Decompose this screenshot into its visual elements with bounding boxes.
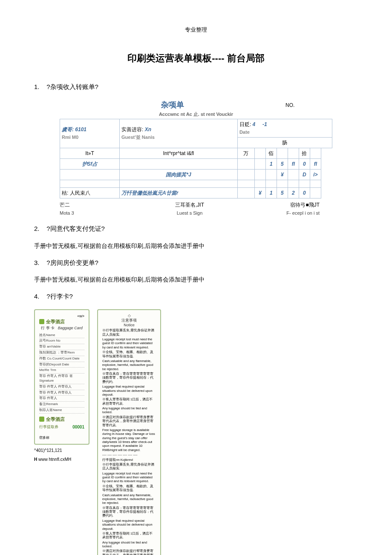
notice-card: ◇ 注意事项 Notice ※行李提取票丢失,需凭身份证并酒店人员核实.Lugg… xyxy=(97,309,161,555)
slip-amount: 00001 xyxy=(72,424,84,430)
notice-line: ※金钱、宝饰、相票、相款的、及等件恒展寄存须当值. xyxy=(102,350,156,358)
notice-line: Free luggage storage is available during… xyxy=(102,428,156,452)
col-interp: Int^rpr^tat i&fl xyxy=(120,148,238,158)
sig-right-en: F- ecepl i on i st xyxy=(233,210,332,217)
url-line2: H www htnnfl.cxMH xyxy=(34,456,89,463)
sub-shi: 拾 xyxy=(299,148,310,158)
item-text: ?同意代客支付凭证? xyxy=(46,225,105,232)
guest-label-en: Guest'並 Nanis xyxy=(121,135,155,140)
list-item-1: 1. ?杂项收入转账单? xyxy=(34,82,358,92)
total-value: 万忏登傭低拾嵐元A廿當r xyxy=(120,187,238,198)
date-val2: -1 xyxy=(262,121,267,127)
card-title: 行 李 卡 Baggage Card xyxy=(39,325,84,331)
voucher-title: 杂项单 xyxy=(60,99,285,111)
row2-c2: D xyxy=(299,169,310,180)
page-header-small: 专业整理 xyxy=(34,26,358,34)
row2-desc: 国肉搓其*J xyxy=(120,169,238,180)
notice-line: 行李提取rm Kojikrmd xyxy=(102,458,156,462)
card-row: 寄存的Deposit Date xyxy=(39,362,84,368)
room-cell: 虞哥: 6101 Rmi M0 xyxy=(60,119,120,148)
total-value-text: 万忏登傭低拾嵐元A廿當r xyxy=(121,190,178,196)
note-3: 手册中暂无模板,可根据前台在用模板印刷,后期将会添加进手册中 xyxy=(34,275,358,284)
row1-c3: fl xyxy=(288,158,299,169)
item-text: ?杂项收入转账单? xyxy=(46,83,98,90)
brand-icon xyxy=(39,417,44,422)
col-item: It»T xyxy=(60,148,120,158)
baggage-cards-row: «w> 全季酒店 行 李 卡 Baggage Card 姓名Name房号Room… xyxy=(34,309,358,555)
notice-title-en: Notice xyxy=(102,323,156,328)
sub-blank2 xyxy=(277,148,288,158)
room-value: 6101 xyxy=(75,127,86,132)
row2-item xyxy=(60,169,120,180)
notice-line: Luggage that required special situations… xyxy=(102,519,156,531)
card-row: 寄存 件寄人 件寄存人 xyxy=(39,390,84,396)
list-item-4: 4. ?行李卡? xyxy=(34,292,358,302)
card-row: 制存人签Name xyxy=(39,408,84,414)
row1-c2: 5 xyxy=(277,158,288,169)
slip-brand-row: 全季酒店 xyxy=(39,416,84,423)
sub-wan: 万 xyxy=(237,148,254,158)
date-label-en: Date xyxy=(239,129,250,135)
voucher-no-label: NO. xyxy=(285,101,332,111)
sub-blank1 xyxy=(254,148,265,158)
notice-line: ※寄存具存：寄存寄寄寄寄寄寄寄须数寄寄，寄存件存提相转存：代费代约. xyxy=(102,506,156,518)
list-item-2: 2. ?同意代客支付凭证? xyxy=(34,224,358,234)
sub-bai: 佰 xyxy=(265,148,277,158)
row2-c15 xyxy=(288,169,299,180)
room-label-en: Rmi M0 xyxy=(62,135,78,140)
card-title-cn: 行 李 卡 xyxy=(41,326,55,330)
notice-line: ※客人寄寄存期间 1日后，酒店不承担寄寄代表. xyxy=(102,397,156,405)
amount-header: 肠 xyxy=(237,137,332,148)
item-number: 1. xyxy=(34,83,40,90)
card-w: «w> xyxy=(39,313,84,319)
row2-c1: ¥ xyxy=(277,169,288,180)
note-2: 手册中暂无模板,可根据前台在用模板印刷,后期将会添加进手册中 xyxy=(34,242,358,250)
total-label: 桔: 人民束八 xyxy=(60,187,120,198)
card-row: 件数 Co.Count/Count Date xyxy=(39,356,84,362)
voucher-block: 杂项单 NO. Acccwnc nt Ac 止. st rent Vouckir… xyxy=(60,99,332,216)
row2-c0 xyxy=(265,169,277,180)
row2-a xyxy=(237,169,254,180)
signature-row-en: Mota 3 Luest s Sign F- ecepl i on i st xyxy=(60,210,332,217)
sig-right-cn: 宿待弓■飛JT xyxy=(233,201,332,209)
date-val1: 4 xyxy=(253,121,256,127)
guest-value: Xn xyxy=(145,127,151,132)
voucher-subtitle: Acccwnc nt Ac 止. st rent Vouckir xyxy=(60,111,332,118)
card-row: 房号Room No xyxy=(39,338,84,344)
baggage-card-left-wrap: «w> 全季酒店 行 李 卡 Baggage Card 姓名Name房号Room… xyxy=(34,309,89,555)
tot-c3: 2 xyxy=(288,187,299,198)
row1-c4: 0 xyxy=(299,158,310,169)
item-text: ?行李卡? xyxy=(46,293,73,300)
guest-label-cn: 实善进容: xyxy=(121,127,143,132)
guest-cell: 实善进容: Xn Guest'並 Nanis xyxy=(120,119,238,148)
brand-icon xyxy=(39,319,44,324)
row1-a xyxy=(237,158,254,169)
row1-c1: 1 xyxy=(265,158,277,169)
row3-item xyxy=(60,180,120,187)
list-item-3: 3. ?房间房价变更单? xyxy=(34,258,358,268)
baggage-card-left: «w> 全季酒店 行 李 卡 Baggage Card 姓名Name房号Room… xyxy=(34,309,89,445)
notice-line: ※金钱、宝饰、相票、相款的、及等件恒展寄存须当值. xyxy=(102,484,156,492)
baggage-slip: 全季酒店 行李提取券 00001 宿多标 xyxy=(39,416,84,440)
sig-mid-en: Luest s Sign xyxy=(146,210,233,217)
sub-blank4 xyxy=(310,148,321,158)
card-row: 寄存 件寄人 xyxy=(39,396,84,402)
slip-title-row: 行李提取券 00001 xyxy=(39,424,84,430)
voucher-table: 虞哥: 6101 Rmi M0 实善进容: Xn Guest'並 Nanis 日… xyxy=(60,119,332,198)
sig-left-cn: 芒二 xyxy=(60,201,146,209)
card-row: 姓名Name xyxy=(39,333,84,339)
date-cell: 日贬: 4 -1 Date xyxy=(237,119,332,137)
row1-b xyxy=(254,158,265,169)
item-number: 2. xyxy=(34,225,40,232)
row2-b xyxy=(254,169,265,180)
card-row: 寄存 件寄人 件寄存人 xyxy=(39,384,84,390)
card-row: 寄存 件寄人 件寄存 签Signature xyxy=(39,374,84,384)
sig-left-en: Mota 3 xyxy=(60,210,146,217)
notice-line: ※酒店对所保存款提行帮寄身要寄寄代表代表，身寄件酒店寄身苦寄寄寄代表. xyxy=(102,415,156,427)
item-number: 4. xyxy=(34,293,40,300)
row1-c5: fl xyxy=(310,158,321,169)
tot-c2: 5 xyxy=(277,187,288,198)
notice-line: Cash,valuable and any flammable, explosi… xyxy=(102,359,156,371)
notice-line: ※行李提取票丢失,需凭身份证并酒店人员核实. xyxy=(102,463,156,471)
notice-line: Cash,valuable and any flammable, explosi… xyxy=(102,493,156,505)
